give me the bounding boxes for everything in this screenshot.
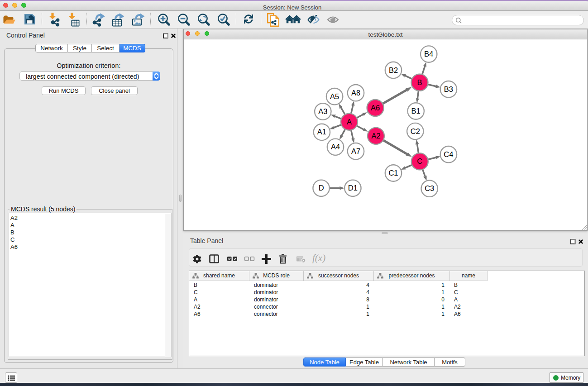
svg-text:D1: D1 bbox=[348, 184, 358, 192]
svg-text:A2: A2 bbox=[371, 132, 380, 140]
svg-text:C3: C3 bbox=[425, 184, 434, 192]
svg-text:A8: A8 bbox=[351, 89, 360, 97]
svg-text:B3: B3 bbox=[444, 85, 453, 93]
svg-text:A4: A4 bbox=[331, 143, 340, 151]
svg-text:B1: B1 bbox=[411, 107, 421, 115]
svg-text:D: D bbox=[319, 184, 324, 192]
svg-text:C2: C2 bbox=[411, 127, 420, 135]
svg-text:C1: C1 bbox=[388, 169, 398, 177]
svg-text:A: A bbox=[347, 118, 352, 126]
svg-text:A7: A7 bbox=[351, 147, 360, 155]
svg-text:A1: A1 bbox=[317, 128, 326, 136]
svg-text:B4: B4 bbox=[424, 50, 433, 58]
svg-text:C4: C4 bbox=[444, 150, 453, 158]
svg-text:C: C bbox=[417, 157, 422, 165]
svg-text:A5: A5 bbox=[330, 92, 339, 100]
svg-text:A6: A6 bbox=[371, 104, 380, 112]
svg-text:B: B bbox=[417, 78, 422, 86]
svg-text:B2: B2 bbox=[389, 66, 398, 74]
svg-text:A3: A3 bbox=[318, 107, 327, 115]
